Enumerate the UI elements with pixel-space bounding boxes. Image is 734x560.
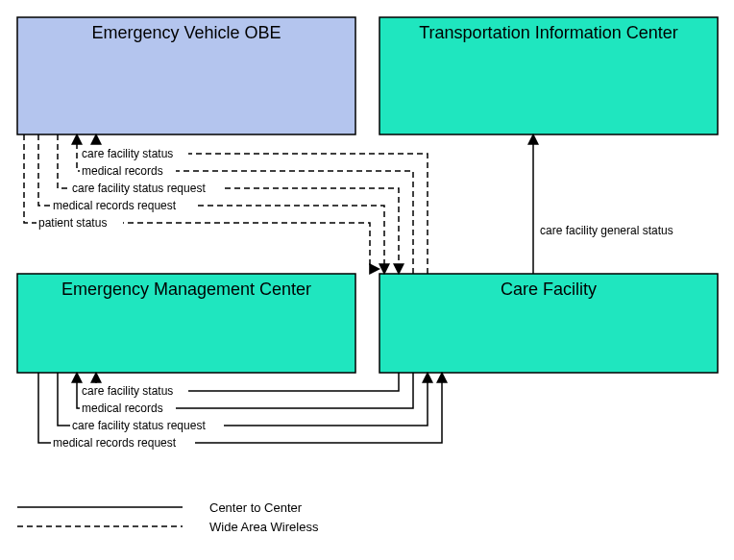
- node-cf-label: Care Facility: [501, 280, 597, 299]
- node-cf: Care Facility: [379, 274, 718, 373]
- flow-top-3-label: care facility status request: [72, 182, 206, 195]
- flow-top-4-label: medical records request: [53, 199, 177, 212]
- flow-bottom-4-label: medical records request: [53, 436, 177, 450]
- flow-top-2-label: medical records: [82, 164, 163, 178]
- node-ev-obe-label: Emergency Vehicle OBE: [91, 23, 281, 42]
- node-emc-label: Emergency Management Center: [61, 280, 311, 299]
- legend-solid-label: Center to Center: [209, 500, 303, 515]
- flow-bottom-2-label: medical records: [82, 402, 163, 415]
- flow-top-5-label: patient status: [38, 216, 107, 230]
- flow-cf-tic: care facility general status: [533, 134, 697, 274]
- flow-bottom-1-label: care facility status: [82, 384, 173, 398]
- legend: Center to Center Wide Area Wireless: [17, 500, 319, 534]
- flow-bottom-3-label: care facility status request: [72, 419, 206, 432]
- flow-top-1-label: care facility status: [82, 147, 173, 160]
- node-emc: Emergency Management Center: [17, 274, 355, 373]
- flow-cf-tic-label: care facility general status: [540, 224, 673, 237]
- node-tic: Transportation Information Center: [379, 17, 718, 134]
- node-ev-obe: Emergency Vehicle OBE: [17, 17, 355, 134]
- node-tic-label: Transportation Information Center: [419, 23, 677, 42]
- architecture-diagram: Emergency Vehicle OBE Transportation Inf…: [0, 0, 734, 560]
- flow-bottom-1: care facility status: [80, 373, 399, 398]
- legend-dashed-label: Wide Area Wireless: [209, 520, 319, 534]
